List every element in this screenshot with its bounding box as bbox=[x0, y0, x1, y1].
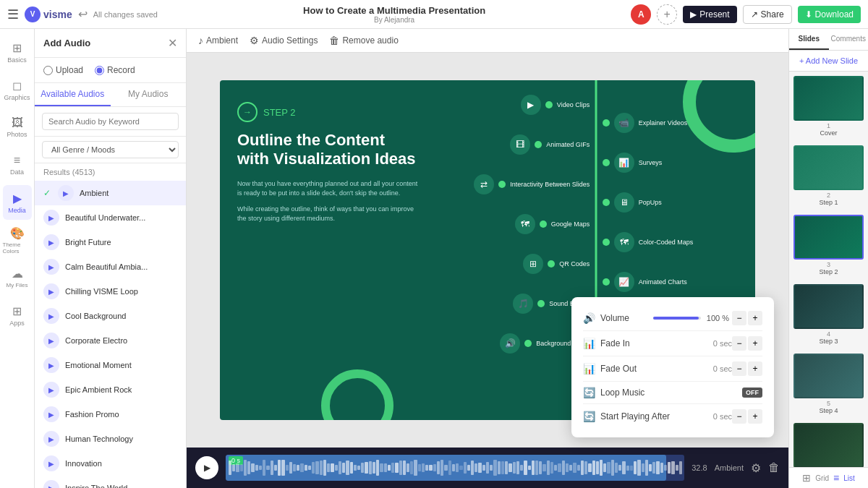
fade-in-increase[interactable]: + bbox=[748, 336, 762, 351]
share-button[interactable]: ↗ Share bbox=[743, 5, 792, 24]
play-button[interactable]: ▶ bbox=[43, 259, 59, 275]
audio-settings-popup: 🔊 Volume 100 % − + 📊 Fade In 0 sec bbox=[571, 297, 774, 437]
close-panel-button[interactable]: ✕ bbox=[168, 36, 177, 50]
timeline-item: Animated GIFs 🎞 bbox=[510, 134, 590, 155]
sidebar-item-basics[interactable]: ⊞ Basics bbox=[3, 35, 32, 69]
list-item[interactable]: ▶ Emotional Moment bbox=[35, 353, 186, 377]
sidebar-item-media[interactable]: ▶ Media bbox=[3, 185, 32, 220]
timeline-icon: 🎞 bbox=[510, 134, 530, 155]
waveform-trash-button[interactable]: 🗑 bbox=[768, 461, 780, 474]
slide-thumbnail bbox=[793, 215, 864, 260]
list-view-button[interactable]: ≡ bbox=[833, 472, 839, 484]
ambient-toolbar-item[interactable]: ♪ Ambient bbox=[198, 35, 238, 46]
list-item[interactable]: ▶ Human Technology bbox=[35, 427, 186, 451]
remove-audio-item[interactable]: 🗑 Remove audio bbox=[329, 35, 398, 46]
start-decrease[interactable]: − bbox=[732, 409, 746, 424]
fade-out-decrease[interactable]: − bbox=[732, 361, 746, 376]
duration-label: 32.8 bbox=[692, 463, 707, 472]
timeline-dot bbox=[603, 159, 610, 166]
play-button[interactable]: ▶ bbox=[43, 333, 59, 348]
slide-number: 1 bbox=[793, 122, 864, 129]
waveform-gear-button[interactable]: ⚙ bbox=[751, 461, 761, 475]
document-subtitle: By Alejandra bbox=[374, 16, 414, 24]
timeline-icon: 📊 bbox=[614, 153, 634, 173]
play-button[interactable]: ▶ bbox=[43, 234, 59, 250]
grid-view-button[interactable]: ⊞ bbox=[802, 472, 811, 484]
fade-out-increase[interactable]: + bbox=[748, 361, 762, 376]
play-button[interactable]: ▶ bbox=[43, 431, 59, 447]
list-item[interactable]: ▶ Fashion Promo bbox=[35, 402, 186, 427]
volume-decrease[interactable]: − bbox=[732, 311, 746, 325]
play-button[interactable]: ▶ bbox=[58, 185, 74, 201]
tab-slides[interactable]: Slides bbox=[789, 29, 829, 50]
download-button[interactable]: ⬇ Download bbox=[798, 6, 861, 23]
add-user-button[interactable]: + bbox=[657, 4, 677, 25]
audio-name: Human Technology bbox=[65, 435, 133, 443]
play-button[interactable]: ▶ bbox=[43, 382, 59, 398]
list-item[interactable]: ▶ Corporate Electro bbox=[35, 328, 186, 353]
play-button[interactable]: ▶ bbox=[43, 308, 59, 324]
slide-body-1: Now that you have everything planned out… bbox=[237, 179, 420, 199]
list-item[interactable]: ✓ ▶ Ambient bbox=[35, 181, 186, 205]
volume-slider[interactable] bbox=[653, 317, 700, 320]
list-item[interactable]: ▶ Calm Beautiful Ambia... bbox=[35, 254, 186, 279]
upload-option[interactable]: Upload bbox=[43, 65, 83, 75]
list-item[interactable]: ▶ Inspire The World bbox=[35, 476, 186, 488]
search-bar bbox=[35, 107, 186, 137]
sidebar-item-apps[interactable]: ⊞ Apps bbox=[3, 298, 32, 333]
slide-thumb[interactable]: 1 Cover bbox=[789, 72, 868, 141]
record-option[interactable]: Record bbox=[95, 65, 135, 75]
list-item[interactable]: ▶ Epic Ambient Rock bbox=[35, 377, 186, 402]
slide-thumb[interactable]: 4 Step 3 bbox=[789, 280, 868, 349]
slide-thumb[interactable]: 2 Step 1 bbox=[789, 141, 868, 210]
timeline-icon: 📈 bbox=[614, 272, 634, 292]
menu-icon[interactable]: ☰ bbox=[7, 7, 19, 22]
sidebar-item-theme-colors[interactable]: 🎨 Theme Colors bbox=[3, 223, 32, 257]
fade-in-icon: 📊 bbox=[583, 338, 600, 349]
genre-dropdown[interactable]: All Genre / Moods bbox=[42, 141, 179, 158]
volume-icon: 🔊 bbox=[583, 312, 600, 324]
search-input[interactable] bbox=[42, 113, 179, 130]
play-button[interactable]: ▶ bbox=[43, 357, 59, 373]
sidebar-item-data[interactable]: ≡ Data bbox=[3, 147, 32, 182]
timeline-icon: ⊞ bbox=[523, 254, 543, 274]
list-item[interactable]: ▶ Beautiful Underwater... bbox=[35, 205, 186, 230]
slide-thumb[interactable]: 3 Step 2 bbox=[789, 210, 868, 280]
add-new-slide-button[interactable]: + Add New Slide bbox=[789, 51, 868, 72]
slide-thumb[interactable]: 5 Step 4 bbox=[789, 349, 868, 419]
tab-available-audios[interactable]: Available Audios bbox=[35, 83, 111, 106]
fade-in-stepper[interactable]: − + bbox=[732, 336, 762, 351]
present-button[interactable]: ▶ Present bbox=[683, 6, 736, 23]
list-item[interactable]: ▶ Innovation bbox=[35, 451, 186, 476]
play-button[interactable]: ▶ bbox=[43, 283, 59, 299]
play-button[interactable]: ▶ bbox=[43, 210, 59, 226]
media-label: Media bbox=[8, 207, 26, 214]
start-stepper[interactable]: − + bbox=[732, 409, 762, 424]
start-increase[interactable]: + bbox=[748, 409, 762, 424]
slide-number: 4 bbox=[793, 330, 864, 338]
play-button[interactable]: ▶ bbox=[43, 406, 59, 422]
undo-button[interactable]: ↩ bbox=[78, 7, 88, 21]
volume-stepper[interactable]: − + bbox=[732, 311, 762, 325]
fade-in-decrease[interactable]: − bbox=[732, 336, 746, 351]
loop-toggle[interactable]: OFF bbox=[742, 388, 762, 398]
audio-settings-item[interactable]: ⚙ Audio Settings bbox=[250, 35, 318, 46]
play-button[interactable]: ▶ bbox=[43, 455, 59, 471]
list-item[interactable]: ▶ Chilling VISME Loop bbox=[35, 279, 186, 304]
slide-thumb[interactable]: 6 Step 5 bbox=[789, 419, 868, 467]
sidebar-item-photos[interactable]: 🖼 Photos bbox=[3, 110, 32, 145]
audio-tabs: Available Audios My Audios bbox=[35, 83, 186, 107]
volume-increase[interactable]: + bbox=[748, 311, 762, 325]
sidebar-item-my-files[interactable]: ☁ My Files bbox=[3, 260, 32, 295]
visme-logo: V visme bbox=[25, 7, 72, 22]
sidebar-item-graphics[interactable]: ◻ Graphics bbox=[3, 72, 32, 107]
audio-name: Innovation bbox=[65, 459, 102, 468]
list-item[interactable]: ▶ Cool Background bbox=[35, 304, 186, 328]
fade-out-stepper[interactable]: − + bbox=[732, 361, 762, 376]
tab-my-audios[interactable]: My Audios bbox=[111, 83, 187, 106]
tab-comments[interactable]: Comments bbox=[829, 29, 869, 50]
list-item[interactable]: ▶ Bright Future bbox=[35, 230, 186, 254]
waveform-play-button[interactable]: ▶ bbox=[195, 456, 218, 479]
slide-name: Step 2 bbox=[793, 268, 864, 275]
play-button[interactable]: ▶ bbox=[43, 480, 59, 488]
